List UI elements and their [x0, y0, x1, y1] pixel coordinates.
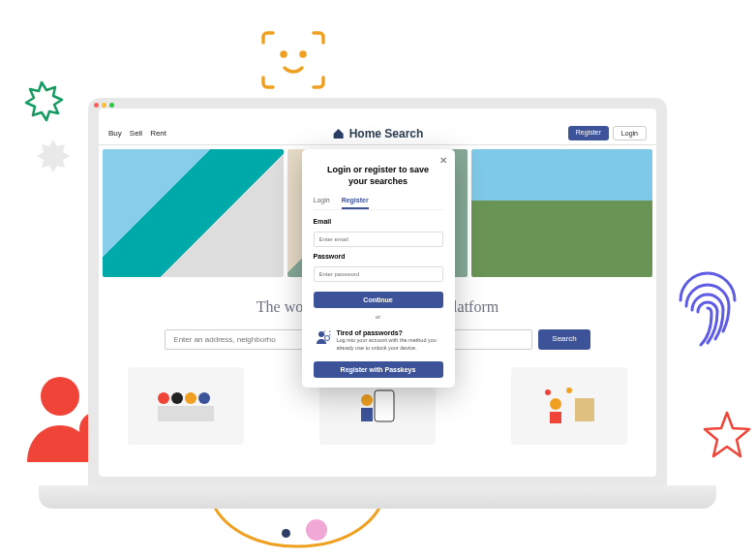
svg-rect-14 — [361, 408, 373, 421]
house-icon — [332, 127, 346, 140]
svg-point-8 — [171, 392, 183, 404]
svg-point-7 — [158, 392, 169, 404]
svg-point-19 — [566, 388, 572, 393]
svg-point-13 — [361, 394, 373, 406]
grey-starburst-icon — [34, 138, 73, 176]
divider-or: or — [314, 314, 443, 320]
brand-name: Home Search — [349, 127, 424, 140]
login-button[interactable]: Login — [613, 126, 647, 140]
close-icon[interactable]: ✕ — [439, 155, 447, 166]
fingerprint-icon — [671, 264, 744, 347]
register-button[interactable]: Register — [568, 126, 609, 140]
svg-point-20 — [318, 331, 324, 337]
passkey-desc: Log into your account with the method yo… — [337, 337, 441, 351]
svg-point-16 — [550, 398, 561, 410]
top-nav: Buy Sell Rent Home Search Register Login — [99, 122, 656, 145]
svg-point-21 — [324, 336, 329, 341]
laptop-base — [39, 485, 716, 509]
svg-point-10 — [198, 392, 210, 404]
red-star-icon — [702, 410, 752, 460]
navy-dot-icon — [282, 529, 290, 538]
svg-point-9 — [185, 392, 197, 404]
nav-buy[interactable]: Buy — [108, 129, 122, 138]
auth-modal: ✕ Login or register to save your searche… — [302, 149, 455, 388]
tab-login[interactable]: Login — [314, 197, 330, 209]
email-label: Email — [314, 218, 443, 225]
password-field[interactable] — [314, 266, 443, 282]
svg-point-1 — [301, 52, 305, 56]
hero-image-3 — [471, 149, 652, 277]
svg-point-18 — [545, 389, 551, 395]
svg-rect-12 — [375, 390, 394, 421]
face-scan-icon — [259, 27, 327, 93]
continue-button[interactable]: Continue — [314, 292, 443, 308]
svg-rect-15 — [575, 398, 594, 421]
brand-logo: Home Search — [332, 127, 424, 140]
feature-card-1[interactable] — [128, 367, 244, 445]
hero-image-1 — [103, 149, 284, 277]
email-field[interactable] — [314, 232, 443, 247]
pink-dot-icon — [306, 519, 327, 541]
nav-sell[interactable]: Sell — [130, 129, 142, 138]
nav-rent[interactable]: Rent — [150, 129, 166, 138]
passkey-icon — [316, 329, 331, 345]
search-button[interactable]: Search — [538, 329, 590, 350]
window-controls — [94, 103, 114, 108]
feature-card-3[interactable] — [511, 367, 627, 445]
tab-register[interactable]: Register — [342, 197, 369, 209]
modal-title: Login or register to save your searches — [327, 165, 430, 187]
passkey-promo: Tired of passwords? Log into your accoun… — [314, 326, 443, 355]
svg-point-2 — [41, 377, 79, 416]
svg-rect-17 — [550, 412, 561, 423]
svg-rect-11 — [158, 406, 214, 421]
svg-point-0 — [282, 52, 286, 56]
password-label: Password — [314, 253, 443, 260]
register-passkey-button[interactable]: Register with Passkeys — [314, 361, 443, 378]
green-starburst-icon — [16, 79, 67, 130]
passkey-title: Tired of passwords? — [337, 329, 441, 336]
